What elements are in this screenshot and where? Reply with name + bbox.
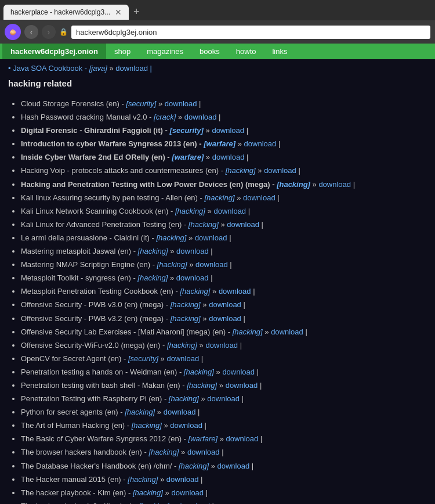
prev-item-arrow: »	[109, 64, 115, 73]
prev-item-bullet: •	[8, 64, 13, 73]
list-item: Mastering NMAP Scriptign Engine (en) - […	[21, 258, 427, 271]
url-input[interactable]	[71, 26, 430, 39]
nav-item-links[interactable]: links	[264, 44, 295, 59]
page-content: • Java SOA Cookbook - [java] » download …	[0, 59, 435, 504]
list-item: Penetration testing with bash shell - Ma…	[21, 379, 427, 392]
list-item: The Basic of Cyber Warfare Syngress 2012…	[21, 433, 427, 445]
nav-item-books[interactable]: books	[191, 44, 228, 59]
list-item: Python for secret agents (en) - [hacking…	[21, 406, 427, 419]
address-bar: 🧅 ‹ › 🔒	[0, 20, 435, 44]
list-item: The hacker playbook 2 - Kim (en) - [hack…	[21, 500, 427, 504]
list-item: The Hacker manual 2015 (en) - [hacking] …	[21, 473, 427, 486]
nav-item-howto[interactable]: howto	[228, 44, 264, 59]
browser-window: hackerplace - hackerw6dcplg3... ✕ + 🧅 ‹ …	[0, 0, 435, 44]
tab-bar: hackerplace - hackerw6dcplg3... ✕ +	[0, 0, 435, 20]
list-item: Hacking Voip - protocols attacks and cou…	[21, 164, 427, 177]
list-item: Hacking and Penetration Testing with Low…	[21, 178, 427, 191]
list-item: Kali Linux for Advanced Penetration Test…	[21, 218, 427, 231]
new-tab-button[interactable]: +	[129, 3, 144, 20]
nav-item-shop[interactable]: shop	[106, 44, 139, 59]
list-item: Offensive Security Lab Exercises - [Mati…	[21, 326, 427, 339]
tab-title: hackerplace - hackerw6dcplg3...	[10, 8, 110, 16]
list-item: Penetration testing a hands on - Weidman…	[21, 366, 427, 379]
prev-item-text: Java SOA Cookbook - [java]	[13, 64, 107, 73]
section-title: hacking related	[8, 78, 427, 91]
list-item: Offensive Security - PWB v3.0 (en) (mega…	[21, 298, 427, 311]
forward-button[interactable]: ›	[42, 25, 56, 39]
list-item: Mastering metasploit Jaswal (en) - [hack…	[21, 245, 427, 258]
list-item: Introduction to cyber Warfare Syngress 2…	[21, 138, 427, 150]
list-item: The Database Hacker's Handbook (en) /chm…	[21, 460, 427, 473]
nav-item-home[interactable]: hackerw6dcplg3ej.onion	[2, 44, 106, 59]
list-item: The hacker playbook - Kim (en) - [hackin…	[21, 487, 427, 499]
list-item: Hash Password cracking Manual v2.0 - [cr…	[21, 111, 427, 124]
list-item: Inside Cyber Warfare 2nd Ed ORelly (en) …	[21, 151, 427, 164]
list-item: Metasploit Penetration Testing Cookbook …	[21, 285, 427, 298]
list-item: Metasploit Toolkit - syngress (en) - [ha…	[21, 272, 427, 285]
list-item: Digital Forensic - Ghirardini Faggioli (…	[21, 124, 427, 137]
list-item: OpenCV for Secret Agent (en) - [security…	[21, 352, 427, 365]
list-item: Kali Linux Network Scanning Cookbook (en…	[21, 205, 427, 218]
tab-close-button[interactable]: ✕	[115, 8, 122, 17]
list-item: Offensive Security - PWB v3.2 (en) (mega…	[21, 312, 427, 325]
nav-menu: hackerw6dcplg3ej.onion shop magazines bo…	[0, 44, 435, 59]
list-item: Penetration Testing with Raspberry Pi (e…	[21, 393, 427, 405]
prev-item-sep: |	[150, 64, 152, 73]
list-item: The Art of Human Hacking (en) - [hacking…	[21, 419, 427, 432]
book-list-main: Cloud Storage Forensics (en) - [security…	[21, 98, 427, 504]
lock-icon: 🔒	[59, 28, 68, 36]
list-item: Offensive Security-WiFu-v2.0 (mega) (en)…	[21, 339, 427, 352]
list-item: The browser hackers handbook (en) - [hac…	[21, 446, 427, 459]
list-item: Le armi della persuasione - Cialdini (it…	[21, 232, 427, 244]
prev-item-row: • Java SOA Cookbook - [java] » download …	[8, 64, 427, 73]
back-button[interactable]: ‹	[24, 25, 38, 39]
list-item: Kali linux Assuring security by pen test…	[21, 192, 427, 204]
active-tab[interactable]: hackerplace - hackerw6dcplg3... ✕	[3, 5, 129, 20]
prev-item-download[interactable]: download	[115, 64, 148, 73]
tor-icon[interactable]: 🧅	[5, 24, 21, 40]
nav-item-magazines[interactable]: magazines	[139, 44, 191, 59]
list-item: Cloud Storage Forensics (en) - [security…	[21, 98, 427, 110]
